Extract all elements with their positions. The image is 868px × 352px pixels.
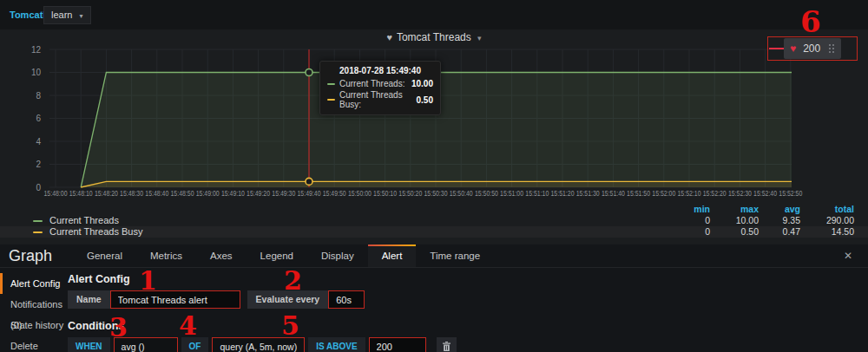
legend-col-max[interactable]: max <box>710 204 759 215</box>
svg-text:15:52:20: 15:52:20 <box>703 189 727 198</box>
legend-series-toggle[interactable]: Current Threads Busy <box>33 226 668 238</box>
svg-text:15:51:40: 15:51:40 <box>602 189 625 198</box>
svg-text:15:49:50: 15:49:50 <box>323 189 346 198</box>
stat-min: 0 <box>668 226 710 238</box>
alert-sidebar: Alert Config Notifications (0) State his… <box>0 273 68 352</box>
editor-heading: Graph <box>0 244 73 267</box>
threshold-value-box: ♥ 200 <box>784 38 841 59</box>
evaluate-every-label: Evaluate every <box>247 290 329 309</box>
panel-editor: Graph General Metrics Axes Legend Displa… <box>0 244 868 352</box>
svg-text:15:49:00: 15:49:00 <box>196 189 220 198</box>
threshold-line <box>769 48 784 49</box>
tooltip-series-label: Current Threads: <box>339 79 406 88</box>
svg-text:15:50:30: 15:50:30 <box>424 189 448 198</box>
dashboard-topbar: TomcatHost learn ▾ <box>0 0 868 29</box>
evaluate-every-input[interactable] <box>328 290 365 309</box>
svg-text:15:50:20: 15:50:20 <box>398 189 422 198</box>
sidebar-item-delete[interactable]: Delete <box>0 336 68 352</box>
tab-display[interactable]: Display <box>307 244 368 267</box>
when-keyword: WHEN <box>68 337 110 352</box>
svg-text:15:52:00: 15:52:00 <box>652 189 675 198</box>
stat-max: 0.50 <box>710 226 759 238</box>
drag-grip-icon <box>829 44 835 54</box>
stat-total: 290.00 <box>800 215 854 226</box>
svg-text:15:50:50: 15:50:50 <box>475 189 498 198</box>
svg-text:15:48:00: 15:48:00 <box>44 189 68 198</box>
tooltip-timestamp: 2018-07-28 15:49:40 <box>327 66 433 75</box>
svg-text:15:51:00: 15:51:00 <box>500 189 523 198</box>
threshold-input[interactable] <box>369 337 426 352</box>
tab-time-range[interactable]: Time range <box>416 244 494 267</box>
alert-name-row: Name Evaluate every <box>68 290 457 309</box>
svg-text:15:49:40: 15:49:40 <box>298 189 321 198</box>
svg-text:6: 6 <box>36 114 41 123</box>
tooltip-row: Current Threads Busy: 0.50 <box>327 90 433 109</box>
alert-name-input[interactable] <box>110 290 240 309</box>
svg-text:15:48:40: 15:48:40 <box>145 189 168 198</box>
stat-avg: 0.47 <box>759 226 800 238</box>
legend-col-min[interactable]: min <box>668 204 710 215</box>
tooltip-series-value: 10.00 <box>411 79 433 88</box>
svg-text:8: 8 <box>36 91 41 101</box>
query-part-dropdown[interactable]: query (A, 5m, now) <box>212 337 305 352</box>
svg-text:15:49:20: 15:49:20 <box>247 189 270 198</box>
svg-text:2: 2 <box>36 160 41 169</box>
delete-condition-button[interactable] <box>437 337 457 352</box>
tab-metrics[interactable]: Metrics <box>136 244 196 267</box>
graph-tooltip: 2018-07-28 15:49:40 Current Threads: 10.… <box>319 61 441 115</box>
sidebar-item-state-history[interactable]: State history <box>0 315 68 336</box>
evaluator-dropdown[interactable]: IS ABOVE <box>308 337 365 352</box>
svg-text:15:52:50: 15:52:50 <box>779 189 802 198</box>
close-icon[interactable]: ✕ <box>844 250 852 262</box>
svg-text:15:48:10: 15:48:10 <box>69 189 93 198</box>
svg-text:15:48:50: 15:48:50 <box>171 189 194 198</box>
svg-text:15:50:00: 15:50:00 <box>348 189 372 198</box>
svg-text:15:48:20: 15:48:20 <box>95 189 118 198</box>
legend-series-name: Current Threads Busy <box>49 226 142 238</box>
series-color-dash <box>33 220 43 222</box>
name-label: Name <box>68 290 110 309</box>
heart-alert-icon: ♥ <box>790 42 796 55</box>
alert-threshold-handle[interactable]: ♥ 200 <box>769 38 841 59</box>
aggregation-dropdown[interactable]: avg () <box>114 337 178 352</box>
of-keyword: OF <box>181 337 209 352</box>
trash-icon <box>443 342 450 351</box>
tab-axes[interactable]: Axes <box>196 244 247 267</box>
legend-series-toggle[interactable]: Current Threads <box>33 215 668 226</box>
legend-col-total[interactable]: total <box>800 204 854 215</box>
svg-text:15:51:30: 15:51:30 <box>576 189 600 198</box>
editor-tabs-bar: Graph General Metrics Axes Legend Displa… <box>0 244 868 268</box>
tab-alert[interactable]: Alert <box>368 244 417 267</box>
svg-text:15:52:10: 15:52:10 <box>678 189 701 198</box>
conditions-heading: Conditions <box>68 320 457 332</box>
tooltip-series-label: Current Threads Busy: <box>339 90 411 109</box>
legend-series-name: Current Threads <box>49 215 119 226</box>
graph-legend: min max avg total Current Threads 0 10.0… <box>0 204 868 238</box>
svg-text:15:50:10: 15:50:10 <box>373 189 397 198</box>
svg-text:15:48:30: 15:48:30 <box>120 189 143 198</box>
stat-min: 0 <box>668 215 710 226</box>
svg-text:15:51:50: 15:51:50 <box>627 189 650 198</box>
tab-legend[interactable]: Legend <box>247 244 307 267</box>
svg-text:10: 10 <box>31 68 42 77</box>
series-color-dash <box>327 83 335 85</box>
alert-config-heading: Alert Config <box>68 273 457 285</box>
threads-graph[interactable]: 02468101215:48:0015:48:1015:48:2015:48:3… <box>0 29 868 203</box>
template-variable-dropdown[interactable]: learn ▾ <box>43 6 91 24</box>
stat-avg: 9.35 <box>759 215 800 226</box>
svg-text:15:49:30: 15:49:30 <box>272 189 295 198</box>
svg-text:15:50:40: 15:50:40 <box>450 189 473 198</box>
tooltip-row: Current Threads: 10.00 <box>327 79 433 88</box>
condition-row: WHEN avg () OF query (A, 5m, now) IS ABO… <box>68 337 457 352</box>
legend-col-avg[interactable]: avg <box>759 204 800 215</box>
sidebar-item-alert-config[interactable]: Alert Config <box>0 273 68 294</box>
tooltip-series-value: 0.50 <box>417 95 433 105</box>
svg-text:15:49:10: 15:49:10 <box>221 189 245 198</box>
sidebar-item-notifications[interactable]: Notifications (0) <box>0 294 68 315</box>
svg-text:15:51:10: 15:51:10 <box>525 189 549 198</box>
svg-text:15:51:20: 15:51:20 <box>551 189 575 198</box>
chevron-down-icon: ▾ <box>80 12 83 20</box>
legend-header-row: min max avg total <box>0 204 868 215</box>
stat-max: 10.00 <box>710 215 759 226</box>
tab-general[interactable]: General <box>73 244 136 267</box>
